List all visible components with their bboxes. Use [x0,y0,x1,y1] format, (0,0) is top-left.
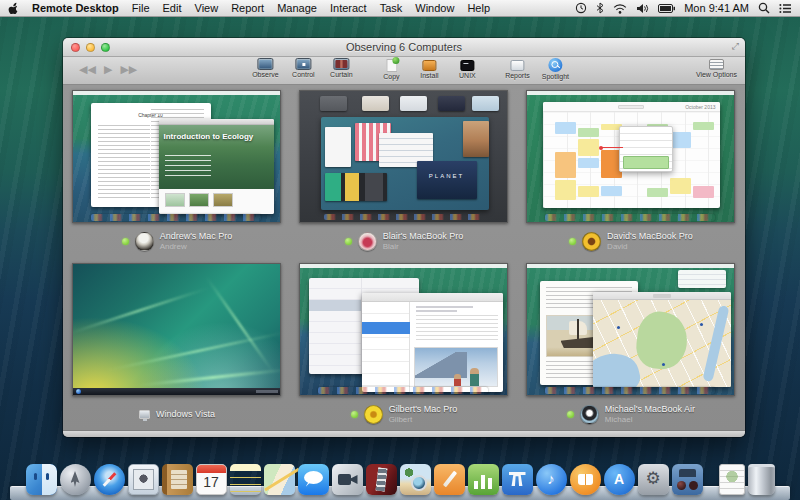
menu-file[interactable]: File [132,2,150,14]
notes-icon[interactable] [230,464,261,495]
computer-name: Blair's MacBook Pro [383,231,464,241]
remote-screen-gilbert[interactable] [299,263,508,396]
traffic-lights [71,43,110,52]
dock-separator [706,464,716,495]
mail-icon[interactable] [128,464,159,495]
apple-menu-icon[interactable] [8,2,19,15]
computer-name: David's MacBook Pro [607,231,693,241]
back-button[interactable]: ◀◀ [79,63,96,76]
control-button[interactable]: Control [288,58,318,80]
menu-window[interactable]: Window [415,2,454,14]
menu-app-name[interactable]: Remote Desktop [32,2,119,14]
spotlight-icon [548,58,562,72]
remote-screen-andrew[interactable]: Chapter 10 Introduction to Ecology [72,90,281,223]
calendar-event [555,122,576,134]
system-preferences-icon[interactable]: ⚙ [638,464,669,495]
iphoto-icon[interactable] [400,464,431,495]
menu-help[interactable]: Help [467,2,490,14]
zoom-button[interactable] [101,43,110,52]
calendar-event [555,152,576,178]
menubar-clock[interactable]: Mon 9:41 AM [684,2,749,14]
facetime-icon[interactable] [332,464,363,495]
avatar [135,232,154,251]
ibooks-icon[interactable] [570,464,601,495]
map-pin [617,326,620,329]
window-toolbar: ◀◀ ▶ ▶▶ Observe Control Curtain [63,57,745,85]
remote-screen-vista[interactable] [72,263,281,396]
notification-center-icon[interactable] [779,3,792,14]
remote-screen-david[interactable]: October 2013 [526,90,735,223]
computer-user: David [607,242,693,251]
observe-button[interactable]: Observe [250,58,280,80]
view-options-icon [709,59,724,70]
photo-booth-icon[interactable] [366,464,397,495]
computer-grid: Chapter 10 Introduction to Ecology [63,85,745,430]
remote-screen-michael[interactable] [526,263,735,396]
safari-icon[interactable] [94,464,125,495]
pages-icon[interactable] [434,464,465,495]
mail-window [362,293,503,392]
menu-view[interactable]: View [195,2,219,14]
time-machine-icon[interactable] [575,2,587,14]
computer-cell-michael: Michael's MacBook Air Michael [526,263,737,430]
mini-menubar [527,264,734,268]
fullscreen-icon[interactable]: ⤢ [732,41,739,52]
reports-button[interactable]: Reports [502,58,532,80]
unix-icon [460,60,474,71]
computer-name: Andrew's Mac Pro [160,231,233,241]
install-button[interactable]: Install [414,58,444,80]
window-titlebar[interactable]: Observing 6 Computers ⤢ [63,38,745,57]
calendar-event [647,188,668,197]
forward-button[interactable]: ▶▶ [120,63,137,76]
menu-report[interactable]: Report [231,2,264,14]
remote-screen-blair[interactable]: PLANET [299,90,508,223]
minimize-button[interactable] [86,43,95,52]
computer-user: Michael [605,415,695,424]
curtain-button[interactable]: Curtain [326,58,356,80]
maps-window [593,292,731,387]
computer-name: Michael's MacBook Air [605,404,695,414]
volume-icon[interactable] [636,3,649,14]
vista-taskbar [73,388,280,395]
avatar [358,232,377,251]
battery-icon[interactable] [658,4,675,13]
numbers-icon[interactable] [468,464,499,495]
calendar-event [670,178,691,194]
computer-user: Blair [383,242,464,251]
facetime-window [463,121,489,157]
keynote-icon[interactable] [502,464,533,495]
book-title: Introduction to Ecology [159,125,274,141]
curtain-icon [333,58,349,70]
wifi-icon[interactable] [613,3,627,14]
vista-start-orb [76,389,81,394]
view-options-button[interactable]: View Options [696,58,737,78]
spotlight-search-icon[interactable] [758,2,770,14]
spotlight-button[interactable]: Spotlight [540,58,570,80]
calendar-icon[interactable]: 17 [196,464,227,495]
calendar-event [693,122,714,130]
finder-icon[interactable] [26,464,57,495]
maps-icon[interactable] [264,464,295,495]
online-status-dot [345,238,352,245]
computer-name: Gilbert's Mac Pro [389,404,458,414]
menu-edit[interactable]: Edit [163,2,182,14]
app-store-icon[interactable]: A [604,464,635,495]
copy-button[interactable]: Copy [376,58,406,80]
menu-task[interactable]: Task [380,2,403,14]
menu-interact[interactable]: Interact [330,2,367,14]
computer-cell-blair: PLANET Blair's MacBook Pro Blair [299,90,510,257]
selected-message [362,322,410,334]
messages-icon[interactable] [298,464,329,495]
contacts-icon[interactable] [162,464,193,495]
launchpad-icon[interactable] [60,464,91,495]
document-icon[interactable] [719,464,745,495]
close-button[interactable] [71,43,80,52]
remote-desktop-icon[interactable] [672,464,703,495]
calendar-event [578,128,599,137]
menu-manage[interactable]: Manage [277,2,317,14]
play-button[interactable]: ▶ [104,63,112,76]
trash-icon[interactable] [748,464,775,495]
unix-button[interactable]: UNIX [452,58,482,80]
bluetooth-icon[interactable] [596,2,604,14]
itunes-icon[interactable]: ♪ [536,464,567,495]
